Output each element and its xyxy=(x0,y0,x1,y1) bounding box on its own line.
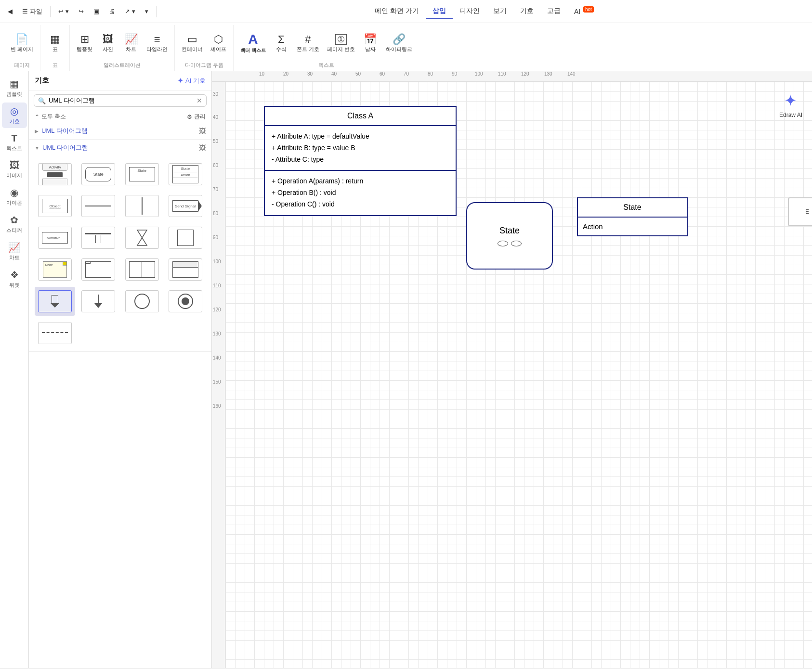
timeline-button[interactable]: ≡ 타임라인 xyxy=(144,32,170,55)
formula-icon: Σ xyxy=(278,34,285,45)
symbol-fork-h[interactable] xyxy=(78,223,118,252)
section-header-collapsed[interactable]: ▶ UML 다이어그램 🖼 xyxy=(29,123,211,139)
symbol-note[interactable]: Note xyxy=(35,255,75,284)
page-number-icon: ① xyxy=(335,34,347,45)
symbol-arrow-down-selected[interactable] xyxy=(35,287,75,316)
edge-element: E xyxy=(788,197,812,226)
symbol-list[interactable] xyxy=(165,255,206,284)
hyperlink-button[interactable]: 🔗 하이퍼링크 xyxy=(383,32,415,55)
blank-page-button[interactable]: 📄 빈 페이지 xyxy=(8,32,36,55)
symbol-combined[interactable] xyxy=(122,255,162,284)
view-icon: ▣ xyxy=(93,8,99,15)
uml-section-collapsed: ▶ UML 다이어그램 🖼 xyxy=(29,123,211,140)
view-button[interactable]: ▣ xyxy=(90,6,103,17)
photo-button[interactable]: 🖼 사진 xyxy=(97,32,118,55)
export-button[interactable]: ↗ ▾ xyxy=(121,6,139,17)
symbol-state-action[interactable]: State Action xyxy=(165,160,206,189)
more-icon: ▾ xyxy=(145,8,148,15)
operation-c: - Operation C() : void xyxy=(272,199,449,210)
tab-home[interactable]: 메인 화면 가기 xyxy=(368,4,426,19)
section-image-icon-2: 🖼 xyxy=(199,144,206,152)
panel-controls: ⌃ 모두 축소 ⚙ 관리 xyxy=(29,111,211,123)
undo-button[interactable]: ↩ ▾ xyxy=(54,6,73,17)
menu-icon: ☰ xyxy=(22,8,28,15)
menu-button[interactable]: ☰ 파일 xyxy=(18,5,46,18)
tab-insert[interactable]: 삽입 xyxy=(426,4,453,19)
formula-button[interactable]: Σ 수식 xyxy=(271,32,292,55)
chart-button[interactable]: 📈 차트 xyxy=(120,32,142,55)
attribute-b: + Attribute B: type = value B xyxy=(272,142,449,154)
symbol-activity[interactable]: Activity xyxy=(35,160,75,189)
collapse-all-button[interactable]: ⌃ 모두 축소 xyxy=(35,113,66,121)
symbol-arrow-down2[interactable] xyxy=(78,287,118,316)
redo-icon: ↪ xyxy=(79,8,84,15)
sticker-sidebar-icon: ✿ xyxy=(10,214,18,226)
class-a-diagram[interactable]: Class A + Attribute A: type = defaultVal… xyxy=(264,106,457,216)
tab-advanced[interactable]: 고급 xyxy=(540,4,567,19)
ruler-mark-60: 60 xyxy=(380,71,385,77)
table-button[interactable]: ▦ 표 xyxy=(44,32,65,55)
sidebar-item-symbol[interactable]: ◎ 기호 xyxy=(2,103,27,128)
sidebar-item-image[interactable]: 🖼 이미지 xyxy=(2,157,27,182)
symbol-state2[interactable]: State xyxy=(122,160,162,189)
symbol-frame[interactable] xyxy=(78,255,118,284)
search-bar[interactable]: 🔍 ✕ xyxy=(34,94,207,107)
shape-button[interactable]: ⬡ 셰이프 xyxy=(208,32,229,55)
edraw-ai-panel[interactable]: ✦ Edraw AI xyxy=(779,91,802,118)
manage-button[interactable]: ⚙ 관리 xyxy=(187,113,206,121)
symbol-circle-empty[interactable] xyxy=(122,287,162,316)
chart-sidebar-icon: 📈 xyxy=(8,242,20,253)
ruler-mark-50: 50 xyxy=(355,71,361,77)
sidebar-item-sticker[interactable]: ✿ 스티커 xyxy=(2,211,27,237)
state-action-diagram[interactable]: State Action xyxy=(577,197,688,236)
symbol-receive-signal[interactable]: Narrative... xyxy=(35,223,75,252)
symbol-object[interactable]: Object xyxy=(35,192,75,220)
symbol-send-signal[interactable]: Send Signal xyxy=(165,192,206,220)
tab-design[interactable]: 디자인 xyxy=(453,4,486,19)
clear-search-button[interactable]: ✕ xyxy=(196,97,202,104)
redo-button[interactable]: ↪ xyxy=(75,6,88,17)
print-button[interactable]: 🖨 xyxy=(105,6,119,17)
tab-view[interactable]: 보기 xyxy=(486,4,513,19)
sidebar-item-icon[interactable]: ◉ 아이콘 xyxy=(2,184,27,209)
back-button[interactable]: ◀ xyxy=(4,6,16,17)
template-icon: ⊞ xyxy=(80,34,89,45)
symbol-hourglass[interactable] xyxy=(122,223,162,252)
sidebar-item-chart[interactable]: 📈 차트 xyxy=(2,239,27,264)
symbol-line-v[interactable] xyxy=(122,192,162,220)
ruler-mark-20: 20 xyxy=(283,71,288,77)
search-input[interactable] xyxy=(49,97,194,104)
ruler-mark-v-160: 160 xyxy=(213,403,221,409)
state-diagram[interactable]: State xyxy=(466,202,553,270)
more-button[interactable]: ▾ xyxy=(141,6,152,17)
ruler-mark-90: 90 xyxy=(452,71,457,77)
ribbon-group-diagram: ▭ 컨테이너 ⬡ 셰이프 다이어그램 부품 xyxy=(175,25,234,71)
date-button[interactable]: 📅 날짜 xyxy=(360,32,381,55)
sidebar-item-template[interactable]: ▦ 템플릿 xyxy=(2,75,27,101)
ai-symbol-button[interactable]: ✦ AI 기호 xyxy=(177,76,206,85)
template-button[interactable]: ⊞ 템플릿 xyxy=(74,32,95,55)
sidebar-item-text[interactable]: T 텍스트 xyxy=(2,130,27,155)
canvas-area: 10 20 30 40 50 60 70 80 90 100 110 120 1… xyxy=(212,71,812,668)
vector-text-button[interactable]: A 벡터 텍스트 xyxy=(237,31,269,56)
section-header-expanded[interactable]: ▼ UML 다이어그램 🖼 xyxy=(29,140,211,156)
page-number-button[interactable]: ① 페이지 번호 xyxy=(324,32,358,55)
ruler-mark-v-150: 150 xyxy=(213,379,221,385)
class-header: Class A xyxy=(265,107,456,126)
symbol-dash-line[interactable] xyxy=(35,319,75,347)
symbol-circle-target[interactable] xyxy=(165,287,206,316)
tab-ai[interactable]: AI hot xyxy=(567,4,601,19)
main-canvas[interactable]: Class A + Attribute A: type = defaultVal… xyxy=(225,82,812,668)
state-icons xyxy=(498,241,522,246)
sidebar-item-widget[interactable]: ❖ 위젯 xyxy=(2,266,27,292)
left-sidebar: ▦ 템플릿 ◎ 기호 T 텍스트 🖼 이미지 ◉ 아이콘 ✿ 스티커 📈 차트 … xyxy=(0,71,29,668)
symbol-state[interactable]: State xyxy=(78,160,118,189)
symbol-square[interactable] xyxy=(165,223,206,252)
symbol-line-h[interactable] xyxy=(78,192,118,220)
font-symbol-button[interactable]: # 폰트 기호 xyxy=(294,32,322,55)
container-button[interactable]: ▭ 컨테이너 xyxy=(179,32,206,55)
tab-symbol[interactable]: 기호 xyxy=(513,4,540,19)
table-icon: ▦ xyxy=(50,34,60,45)
ruler-mark-v-60: 60 xyxy=(213,163,218,168)
date-icon: 📅 xyxy=(364,34,377,45)
